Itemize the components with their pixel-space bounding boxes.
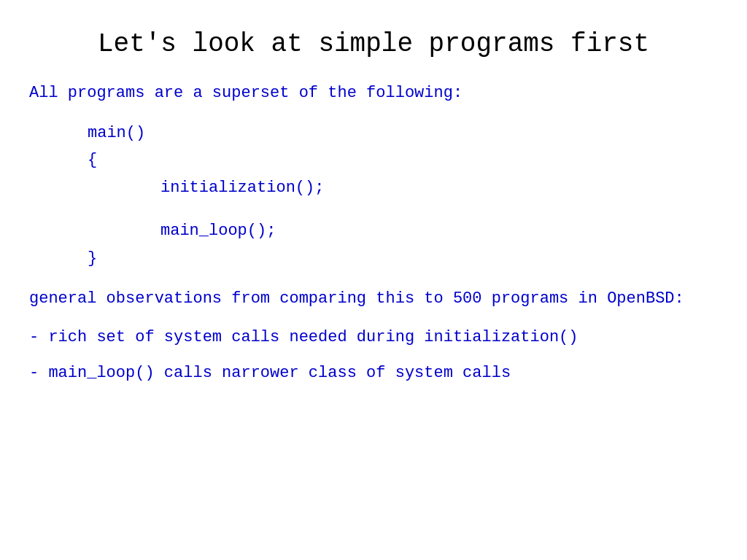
observation-text: general observations from comparing this… <box>29 287 684 311</box>
code-block: main() { initialization(); main_loop(); … <box>88 120 324 272</box>
bullet-1-text: - rich set of system calls needed during… <box>29 325 578 349</box>
slide: Let's look at simple programs first All … <box>0 0 747 560</box>
slide-title: Let's look at simple programs first <box>29 29 718 59</box>
code-line-6: } <box>88 245 324 272</box>
bullet-2-text: - main_loop() calls narrower class of sy… <box>29 361 511 385</box>
code-line-1: main() <box>88 120 324 147</box>
code-line-5: main_loop(); <box>160 217 324 244</box>
code-line-4 <box>160 201 324 217</box>
code-line-2: { <box>88 147 324 174</box>
code-line-3: initialization(); <box>160 174 324 201</box>
intro-text: All programs are a superset of the follo… <box>29 81 462 105</box>
